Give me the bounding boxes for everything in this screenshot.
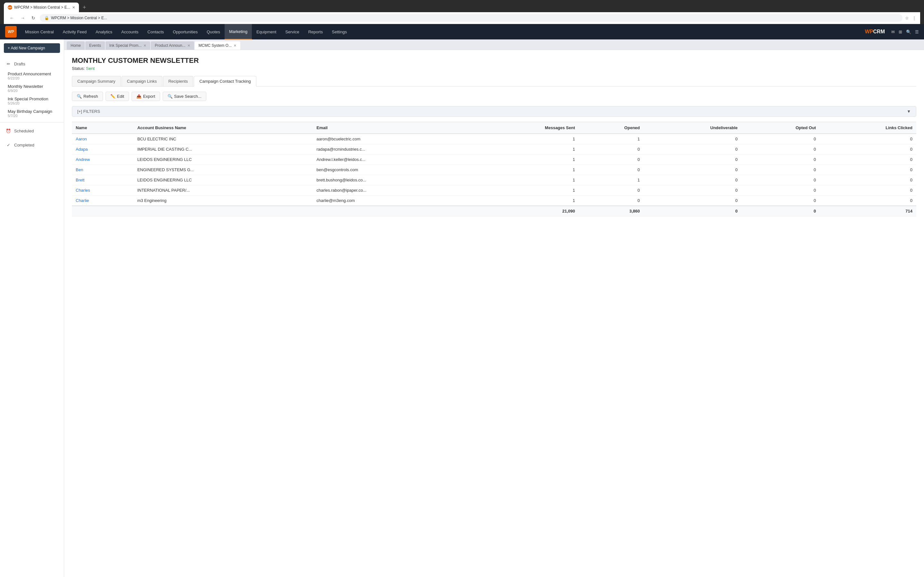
col-sent: Messages Sent (473, 122, 579, 134)
page-tab[interactable]: Events (86, 41, 105, 50)
tab-bar: WP WPCRM > Mission Central > E... ✕ + (4, 3, 920, 12)
total-opened: 3,860 (579, 206, 644, 216)
contact-name[interactable]: Ben (72, 165, 134, 175)
sidebar-campaign-item[interactable]: Monthly Newsletter6/9/20 (0, 82, 64, 95)
sidebar-campaign-item[interactable]: Ink Special Promotion5/26/20 (0, 95, 64, 107)
undeliverable: 0 (644, 155, 741, 165)
close-page-tab[interactable]: ✕ (187, 44, 190, 48)
nav-item-settings[interactable]: Settings (327, 24, 351, 39)
edit-button[interactable]: ✏️ Edit (105, 92, 129, 101)
top-nav: WP Mission CentralActivity FeedAnalytics… (0, 24, 924, 39)
contact-name[interactable]: Brett (72, 175, 134, 185)
reload-button[interactable]: ↻ (29, 15, 37, 21)
col-name: Name (72, 122, 134, 134)
drafts-header[interactable]: ✏ Drafts (0, 58, 64, 69)
nav-item-equipment[interactable]: Equipment (252, 24, 281, 39)
search-icon[interactable]: 🔍 (906, 29, 911, 34)
account-name: IMPERIAL DIE CASTING C... (134, 144, 313, 155)
active-browser-tab[interactable]: WP WPCRM > Mission Central > E... ✕ (4, 3, 79, 12)
opened: 0 (579, 144, 644, 155)
col-account: Account Business Name (134, 122, 313, 134)
app: WP Mission CentralActivity FeedAnalytics… (0, 24, 924, 577)
grid-icon[interactable]: ⊞ (899, 29, 902, 34)
collapse-icon[interactable]: ▼ (907, 109, 911, 114)
sub-tab[interactable]: Campaign Links (121, 76, 162, 86)
undeliverable: 0 (644, 144, 741, 155)
mail-icon[interactable]: ✉ (891, 29, 895, 34)
back-button[interactable]: ← (8, 15, 16, 21)
email: Andrew.l.keller@leidos.c... (312, 155, 473, 165)
table-totals-row: 21,090 3,860 0 0 714 (72, 206, 916, 216)
nav-item-contacts[interactable]: Contacts (143, 24, 168, 39)
close-page-tab[interactable]: ✕ (234, 44, 236, 48)
filters-bar[interactable]: [+] FILTERS ▼ (72, 106, 916, 117)
address-bar[interactable]: 🔒 WPCRM > Mission Central > E... (40, 14, 903, 22)
total-sent: 21,090 (473, 206, 579, 216)
export-button[interactable]: 📤 Export (132, 92, 160, 101)
sidebar-drafts-section: ✏ Drafts Product Announcement6/22/20Mont… (0, 58, 64, 119)
undeliverable: 0 (644, 195, 741, 206)
page-tab[interactable]: Ink Special Prom...✕ (105, 41, 150, 50)
nav-right: WPCRM ✉ ⊞ 🔍 ☰ (865, 29, 919, 35)
page-tabs: HomeEventsInk Special Prom...✕Product An… (64, 39, 924, 50)
contact-name[interactable]: Adapa (72, 144, 134, 155)
opened: 1 (579, 175, 644, 185)
nav-items: Mission CentralActivity FeedAnalyticsAcc… (21, 24, 865, 39)
sub-tab[interactable]: Campaign Contact Tracking (194, 76, 256, 87)
forward-button[interactable]: → (19, 15, 27, 21)
star-icon[interactable]: ☆ (905, 16, 909, 21)
add-campaign-button[interactable]: + Add New Campaign (4, 43, 60, 53)
nav-item-mission-central[interactable]: Mission Central (21, 24, 58, 39)
nav-item-service[interactable]: Service (281, 24, 304, 39)
campaign-name: Monthly Newsletter (8, 84, 43, 89)
campaign-date: 6/9/20 (8, 89, 59, 93)
opted-out: 0 (741, 144, 820, 155)
messages-sent: 1 (473, 185, 579, 195)
content-area: HomeEventsInk Special Prom...✕Product An… (64, 39, 924, 577)
totals-account (134, 206, 313, 216)
table-row: Ben ENGINEERED SYSTEMS G... ben@esgcontr… (72, 165, 916, 175)
nav-item-analytics[interactable]: Analytics (91, 24, 117, 39)
scheduled-header[interactable]: ⏰ Scheduled (0, 125, 64, 137)
nav-item-activity-feed[interactable]: Activity Feed (58, 24, 91, 39)
nav-item-quotes[interactable]: Quotes (202, 24, 225, 39)
refresh-button[interactable]: 🔍 Refresh (72, 92, 103, 101)
table-row: Charles INTERNATIONAL PAPER/... charles.… (72, 185, 916, 195)
menu-icon[interactable]: ☰ (915, 29, 919, 34)
sidebar-campaign-item[interactable]: May Birthday Campaign5/7/20 (0, 107, 64, 119)
new-browser-tab-button[interactable]: + (80, 3, 89, 12)
opted-out: 0 (741, 155, 820, 165)
more-icon[interactable]: ⋮ (912, 16, 916, 21)
close-page-tab[interactable]: ✕ (144, 44, 146, 48)
account-name: m3 Engineering (134, 195, 313, 206)
page-tab[interactable]: Product Announ...✕ (151, 41, 194, 50)
sidebar: + Add New Campaign ✏ Drafts Product Anno… (0, 39, 64, 577)
sidebar-campaign-item[interactable]: Product Announcement6/22/20 (0, 69, 64, 82)
save-search-button[interactable]: 🔍 Save Search... (163, 92, 206, 101)
completed-header[interactable]: ✓ Completed (0, 139, 64, 151)
refresh-icon: 🔍 (77, 94, 82, 99)
page-tab[interactable]: Home (67, 41, 85, 50)
contact-name[interactable]: Andrew (72, 155, 134, 165)
page-tab-label: Events (89, 43, 101, 48)
close-browser-tab[interactable]: ✕ (72, 5, 75, 10)
nav-item-accounts[interactable]: Accounts (117, 24, 143, 39)
page-tab-label: Product Announ... (155, 43, 185, 48)
contact-name[interactable]: Charlie (72, 195, 134, 206)
opened: 1 (579, 134, 644, 144)
filter-label: [+] FILTERS (78, 109, 100, 114)
account-name: LEIDOS ENGINEERING LLC (134, 175, 313, 185)
nav-item-marketing[interactable]: Marketing (225, 24, 252, 39)
undeliverable: 0 (644, 134, 741, 144)
nav-item-reports[interactable]: Reports (304, 24, 328, 39)
table-header-row: Name Account Business Name Email Message… (72, 122, 916, 134)
sub-tab[interactable]: Recipients (163, 76, 194, 86)
contact-name[interactable]: Charles (72, 185, 134, 195)
sub-tab[interactable]: Campaign Summary (72, 76, 121, 86)
page-tab[interactable]: MCMC System O...✕ (195, 41, 240, 50)
nav-item-opportunities[interactable]: Opportunities (168, 24, 202, 39)
contact-name[interactable]: Aaron (72, 134, 134, 144)
sub-tabs: Campaign SummaryCampaign LinksRecipients… (72, 76, 916, 87)
email: aaron@bcuelectric.com (312, 134, 473, 144)
save-icon: 🔍 (168, 94, 173, 99)
